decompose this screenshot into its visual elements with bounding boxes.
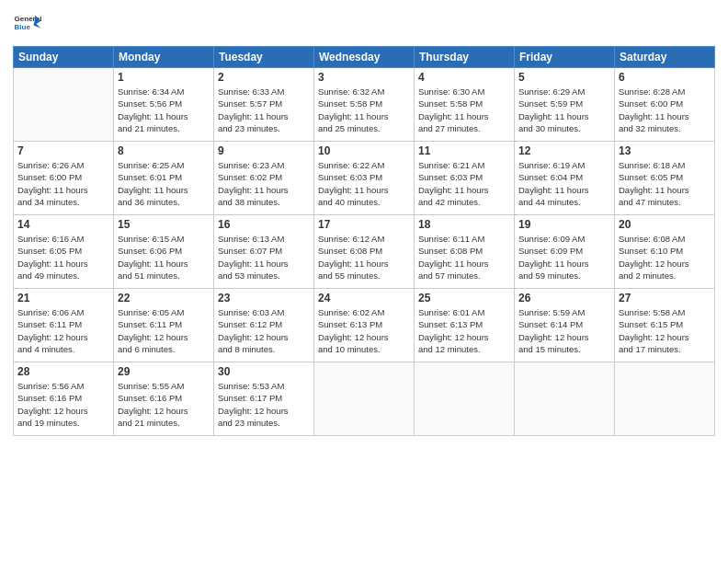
header-monday: Monday [114, 47, 214, 68]
day-number: 12 [518, 144, 610, 157]
calendar-cell: 24Sunrise: 6:02 AM Sunset: 6:13 PM Dayli… [314, 289, 415, 362]
day-number: 4 [418, 71, 510, 84]
day-info: Sunrise: 6:30 AM Sunset: 5:58 PM Dayligh… [418, 86, 510, 134]
calendar-cell: 15Sunrise: 6:15 AM Sunset: 6:06 PM Dayli… [114, 215, 214, 289]
day-info: Sunrise: 6:26 AM Sunset: 6:00 PM Dayligh… [17, 159, 109, 208]
day-number: 29 [118, 365, 210, 378]
calendar-week-row: 7Sunrise: 6:26 AM Sunset: 6:00 PM Daylig… [14, 142, 715, 215]
day-number: 30 [218, 365, 310, 378]
day-number: 18 [418, 218, 510, 231]
calendar-cell: 25Sunrise: 6:01 AM Sunset: 6:13 PM Dayli… [415, 289, 515, 362]
day-info: Sunrise: 5:53 AM Sunset: 6:17 PM Dayligh… [218, 380, 310, 429]
day-info: Sunrise: 6:25 AM Sunset: 6:01 PM Dayligh… [118, 159, 210, 208]
day-info: Sunrise: 6:18 AM Sunset: 6:05 PM Dayligh… [619, 159, 711, 208]
calendar-cell: 28Sunrise: 5:56 AM Sunset: 6:16 PM Dayli… [14, 362, 114, 436]
day-number: 23 [218, 292, 310, 304]
day-info: Sunrise: 6:02 AM Sunset: 6:13 PM Dayligh… [318, 306, 410, 355]
day-number: 3 [318, 71, 410, 84]
day-number: 24 [318, 292, 410, 304]
day-info: Sunrise: 6:08 AM Sunset: 6:10 PM Dayligh… [619, 233, 711, 282]
day-number: 5 [518, 71, 610, 84]
calendar-cell: 22Sunrise: 6:05 AM Sunset: 6:11 PM Dayli… [114, 289, 214, 362]
calendar-cell: 13Sunrise: 6:18 AM Sunset: 6:05 PM Dayli… [615, 142, 715, 215]
calendar-week-row: 21Sunrise: 6:06 AM Sunset: 6:11 PM Dayli… [14, 289, 715, 362]
day-info: Sunrise: 5:56 AM Sunset: 6:16 PM Dayligh… [17, 380, 109, 429]
day-number: 20 [619, 218, 711, 231]
calendar-cell: 11Sunrise: 6:21 AM Sunset: 6:03 PM Dayli… [415, 142, 515, 215]
day-info: Sunrise: 6:21 AM Sunset: 6:03 PM Dayligh… [418, 159, 510, 208]
calendar-cell [14, 68, 114, 142]
day-number: 28 [17, 365, 109, 378]
header: General Blue [13, 9, 715, 39]
calendar-cell [615, 362, 715, 436]
header-saturday: Saturday [615, 47, 715, 68]
calendar-cell: 8Sunrise: 6:25 AM Sunset: 6:01 PM Daylig… [114, 142, 214, 215]
header-sunday: Sunday [14, 47, 114, 68]
day-info: Sunrise: 6:15 AM Sunset: 6:06 PM Dayligh… [118, 233, 210, 282]
calendar-cell: 30Sunrise: 5:53 AM Sunset: 6:17 PM Dayli… [214, 362, 314, 436]
day-number: 27 [619, 292, 711, 304]
calendar-cell [415, 362, 515, 436]
calendar-cell: 19Sunrise: 6:09 AM Sunset: 6:09 PM Dayli… [515, 215, 615, 289]
day-info: Sunrise: 6:22 AM Sunset: 6:03 PM Dayligh… [318, 159, 410, 208]
header-wednesday: Wednesday [314, 47, 415, 68]
day-number: 17 [318, 218, 410, 231]
calendar-table: SundayMondayTuesdayWednesdayThursdayFrid… [13, 46, 715, 436]
day-number: 26 [518, 292, 610, 304]
calendar-week-row: 28Sunrise: 5:56 AM Sunset: 6:16 PM Dayli… [14, 362, 715, 436]
calendar-header-row: SundayMondayTuesdayWednesdayThursdayFrid… [14, 47, 715, 68]
day-info: Sunrise: 6:03 AM Sunset: 6:12 PM Dayligh… [218, 306, 310, 355]
calendar-cell: 12Sunrise: 6:19 AM Sunset: 6:04 PM Dayli… [515, 142, 615, 215]
calendar-week-row: 14Sunrise: 6:16 AM Sunset: 6:05 PM Dayli… [14, 215, 715, 289]
day-number: 10 [318, 144, 410, 157]
day-info: Sunrise: 5:55 AM Sunset: 6:16 PM Dayligh… [118, 380, 210, 429]
calendar-cell: 5Sunrise: 6:29 AM Sunset: 5:59 PM Daylig… [515, 68, 615, 142]
calendar-cell: 16Sunrise: 6:13 AM Sunset: 6:07 PM Dayli… [214, 215, 314, 289]
calendar-cell: 17Sunrise: 6:12 AM Sunset: 6:08 PM Dayli… [314, 215, 415, 289]
day-number: 8 [118, 144, 210, 157]
calendar-cell: 20Sunrise: 6:08 AM Sunset: 6:10 PM Dayli… [615, 215, 715, 289]
header-friday: Friday [515, 47, 615, 68]
calendar-week-row: 1Sunrise: 6:34 AM Sunset: 5:56 PM Daylig… [14, 68, 715, 142]
day-info: Sunrise: 6:16 AM Sunset: 6:05 PM Dayligh… [17, 233, 109, 282]
day-number: 2 [218, 71, 310, 84]
calendar-cell [515, 362, 615, 436]
calendar-cell: 4Sunrise: 6:30 AM Sunset: 5:58 PM Daylig… [415, 68, 515, 142]
day-number: 19 [518, 218, 610, 231]
day-number: 22 [118, 292, 210, 304]
calendar-cell: 7Sunrise: 6:26 AM Sunset: 6:00 PM Daylig… [14, 142, 114, 215]
day-info: Sunrise: 6:33 AM Sunset: 5:57 PM Dayligh… [218, 86, 310, 134]
day-info: Sunrise: 6:01 AM Sunset: 6:13 PM Dayligh… [418, 306, 510, 355]
day-info: Sunrise: 6:05 AM Sunset: 6:11 PM Dayligh… [118, 306, 210, 355]
day-info: Sunrise: 6:06 AM Sunset: 6:11 PM Dayligh… [17, 306, 109, 355]
calendar-cell: 29Sunrise: 5:55 AM Sunset: 6:16 PM Dayli… [114, 362, 214, 436]
calendar-cell: 21Sunrise: 6:06 AM Sunset: 6:11 PM Dayli… [14, 289, 114, 362]
calendar-cell [314, 362, 415, 436]
calendar-cell: 14Sunrise: 6:16 AM Sunset: 6:05 PM Dayli… [14, 215, 114, 289]
day-number: 1 [118, 71, 210, 84]
day-info: Sunrise: 6:23 AM Sunset: 6:02 PM Dayligh… [218, 159, 310, 208]
day-info: Sunrise: 6:13 AM Sunset: 6:07 PM Dayligh… [218, 233, 310, 282]
day-number: 11 [418, 144, 510, 157]
calendar-cell: 26Sunrise: 5:59 AM Sunset: 6:14 PM Dayli… [515, 289, 615, 362]
header-tuesday: Tuesday [214, 47, 314, 68]
day-number: 15 [118, 218, 210, 231]
calendar-cell: 9Sunrise: 6:23 AM Sunset: 6:02 PM Daylig… [214, 142, 314, 215]
calendar-cell: 18Sunrise: 6:11 AM Sunset: 6:08 PM Dayli… [415, 215, 515, 289]
header-thursday: Thursday [415, 47, 515, 68]
day-number: 14 [17, 218, 109, 231]
day-info: Sunrise: 6:11 AM Sunset: 6:08 PM Dayligh… [418, 233, 510, 282]
day-number: 13 [619, 144, 711, 157]
day-number: 9 [218, 144, 310, 157]
logo: General Blue [13, 9, 42, 39]
day-info: Sunrise: 6:32 AM Sunset: 5:58 PM Dayligh… [318, 86, 410, 134]
calendar-cell: 10Sunrise: 6:22 AM Sunset: 6:03 PM Dayli… [314, 142, 415, 215]
calendar-cell: 3Sunrise: 6:32 AM Sunset: 5:58 PM Daylig… [314, 68, 415, 142]
day-info: Sunrise: 5:58 AM Sunset: 6:15 PM Dayligh… [619, 306, 711, 355]
page: General Blue SundayMondayTuesdayWednesda… [0, 0, 728, 563]
day-info: Sunrise: 6:34 AM Sunset: 5:56 PM Dayligh… [118, 86, 210, 134]
calendar-cell: 27Sunrise: 5:58 AM Sunset: 6:15 PM Dayli… [615, 289, 715, 362]
day-number: 25 [418, 292, 510, 304]
calendar-cell: 23Sunrise: 6:03 AM Sunset: 6:12 PM Dayli… [214, 289, 314, 362]
calendar-cell: 2Sunrise: 6:33 AM Sunset: 5:57 PM Daylig… [214, 68, 314, 142]
